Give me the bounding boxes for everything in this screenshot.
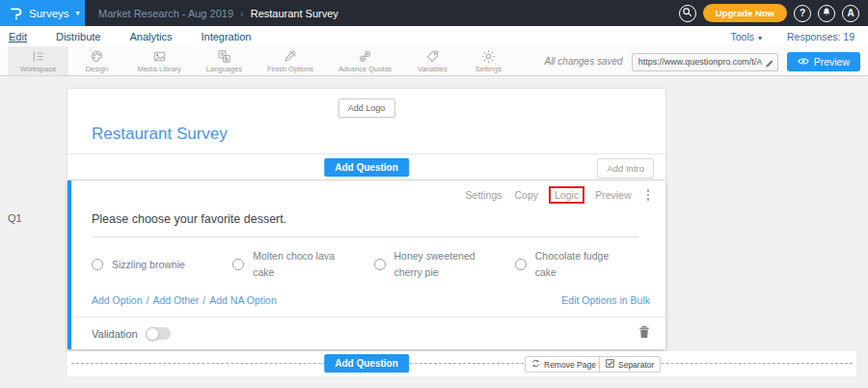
question-more-menu-icon[interactable] — [644, 189, 653, 201]
sync-icon — [531, 359, 540, 370]
toolbar-item-label: Languages — [206, 65, 242, 73]
variables-icon — [425, 49, 440, 64]
option-label[interactable]: Honey sweetened cherry pie — [394, 248, 487, 282]
media-library-icon — [152, 49, 167, 64]
tools-menu[interactable]: Tools ▾ — [731, 31, 762, 42]
workspace-icon — [31, 49, 45, 64]
question-index-label: Q1 — [8, 212, 22, 224]
caret-down-icon: ▾ — [758, 34, 762, 42]
toolbar-item-design[interactable]: Design — [68, 46, 124, 75]
topbar-actions: Upgrade Now ? A — [679, 0, 859, 26]
edit-options-in-bulk-link[interactable]: Edit Options in Bulk — [561, 294, 650, 306]
finish-options-icon — [283, 49, 297, 64]
option-label[interactable]: Sizzling brownie — [112, 257, 185, 273]
page-break-dashed-line — [71, 363, 853, 364]
caret-down-icon: ▾ — [76, 9, 80, 17]
add-intro-button[interactable]: Add Intro — [597, 158, 654, 179]
toolbar-item-languages[interactable]: Languages — [194, 46, 255, 75]
toolbar-items: Workspace Design Media Library Languages… — [0, 46, 516, 75]
question-card: Settings Copy Logic Preview Please choos… — [68, 180, 665, 349]
design-icon — [90, 49, 104, 64]
toolbar-item-label: Design — [86, 65, 108, 73]
edit-url-pencil-icon[interactable] — [765, 55, 774, 72]
add-other-link[interactable]: Add Other — [152, 294, 199, 306]
option-chocolate-fudge-cake[interactable]: Chocolate fudge cake — [515, 248, 656, 282]
question-option-links: Add Option/Add Other/Add NA Option Edit … — [92, 294, 650, 306]
responses-count[interactable]: Responses: 19 — [787, 31, 854, 42]
toolbar-item-variables[interactable]: Variables — [404, 46, 460, 75]
separator-toggle-button[interactable]: Separator — [599, 356, 661, 373]
toolbar-item-settings[interactable]: Settings — [460, 46, 516, 75]
notifications-button[interactable] — [818, 5, 835, 22]
validation-label: Validation — [92, 328, 138, 340]
radio-icon[interactable] — [232, 259, 244, 270]
validation-toggle[interactable] — [146, 327, 171, 340]
option-add-links: Add Option/Add Other/Add NA Option — [92, 294, 277, 306]
toolbar-item-label: Settings — [475, 65, 502, 73]
toolbar-item-finish-options[interactable]: Finish Options — [255, 46, 326, 75]
survey-url-input[interactable] — [632, 53, 778, 71]
top-navbar: Surveys ▾ Market Research - Aug 2019 › R… — [0, 0, 868, 26]
add-question-button-bottom[interactable]: Add Question — [324, 354, 409, 373]
add-question-button[interactable]: Add Question — [324, 158, 409, 177]
add-logo-button[interactable]: Add Logo — [339, 98, 395, 118]
delete-question-button[interactable] — [638, 325, 650, 343]
toolbar-item-label: Variables — [418, 65, 448, 73]
option-honey-sweetened-cherry-pie[interactable]: Honey sweetened cherry pie — [374, 248, 515, 282]
nav-tabs: Edit Distribute Analytics Integration — [0, 31, 251, 42]
tab-edit[interactable]: Edit — [9, 31, 27, 42]
search-icon — [682, 7, 692, 19]
toolbar-item-advance-quotas[interactable]: Advance Quotas — [326, 46, 404, 75]
breadcrumb-folder[interactable]: Market Research - Aug 2019 — [98, 8, 233, 19]
question-preview-link[interactable]: Preview — [595, 189, 631, 201]
navbar-right: Tools ▾ Responses: 19 — [731, 31, 855, 42]
languages-icon — [217, 49, 231, 64]
checkbox-checked-icon — [606, 359, 614, 370]
option-sizzling-brownie[interactable]: Sizzling brownie — [92, 248, 232, 282]
bell-icon — [822, 7, 831, 19]
survey-url-wrap — [632, 51, 778, 71]
help-button[interactable]: ? — [794, 5, 811, 22]
toolbar-item-label: Advance Quotas — [339, 65, 392, 73]
tab-distribute[interactable]: Distribute — [56, 31, 100, 42]
add-option-link[interactable]: Add Option — [92, 294, 143, 306]
link-separator: / — [203, 294, 205, 306]
account-avatar[interactable]: A — [842, 5, 859, 22]
toolbar-right: All changes saved Preview — [544, 46, 860, 76]
tab-analytics[interactable]: Analytics — [129, 31, 172, 42]
advance-quotas-icon — [358, 49, 372, 64]
add-na-option-link[interactable]: Add NA Option — [209, 294, 276, 306]
surveys-product-menu[interactable]: Surveys ▾ — [0, 0, 85, 26]
toolbar-item-media-library[interactable]: Media Library — [124, 46, 193, 75]
questionpro-logo-icon — [9, 6, 23, 20]
question-text[interactable]: Please choose your favorite dessert. — [92, 212, 638, 237]
toolbar-item-workspace[interactable]: Workspace — [8, 46, 68, 75]
editor-toolbar: Workspace Design Media Library Languages… — [0, 46, 868, 76]
breadcrumb: Market Research - Aug 2019 › Restaurant … — [98, 8, 339, 19]
option-molten-choco-lava-cake[interactable]: Molten choco lava cake — [232, 248, 373, 282]
question-footer: Validation — [71, 317, 665, 349]
option-label[interactable]: Chocolate fudge cake — [535, 248, 628, 282]
option-label[interactable]: Molten choco lava cake — [253, 248, 345, 282]
question-logic-link-highlighted[interactable]: Logic — [549, 186, 584, 204]
survey-title[interactable]: Restaurant Survey — [92, 125, 228, 144]
trash-icon — [638, 325, 650, 343]
radio-icon[interactable] — [374, 259, 386, 270]
breadcrumb-current: Restaurant Survey — [251, 8, 339, 19]
question-copy-link[interactable]: Copy — [515, 189, 539, 201]
settings-icon — [481, 49, 496, 64]
questionpro-edit-page: Surveys ▾ Market Research - Aug 2019 › R… — [0, 0, 868, 388]
toolbar-item-label: Finish Options — [267, 65, 313, 73]
toolbar-item-label: Workspace — [20, 65, 56, 73]
validation-control: Validation — [92, 327, 171, 340]
search-button[interactable] — [679, 5, 696, 22]
tab-integration[interactable]: Integration — [201, 31, 251, 42]
save-status: All changes saved — [544, 56, 622, 67]
question-settings-link[interactable]: Settings — [466, 189, 502, 201]
radio-icon[interactable] — [515, 259, 527, 270]
upgrade-now-button[interactable]: Upgrade Now — [703, 4, 787, 22]
survey-card-footer: Add Question Add Intro — [68, 153, 665, 180]
toolbar-item-label: Media Library — [137, 65, 180, 73]
preview-button[interactable]: Preview — [787, 52, 860, 71]
radio-icon[interactable] — [92, 259, 103, 270]
